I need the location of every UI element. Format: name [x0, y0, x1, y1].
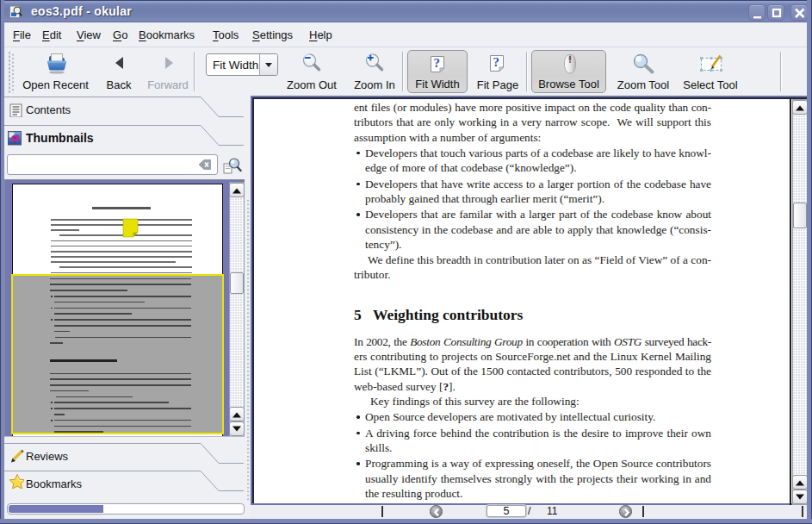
svg-text:?: ? — [433, 56, 440, 70]
svg-text:?: ? — [493, 55, 499, 69]
